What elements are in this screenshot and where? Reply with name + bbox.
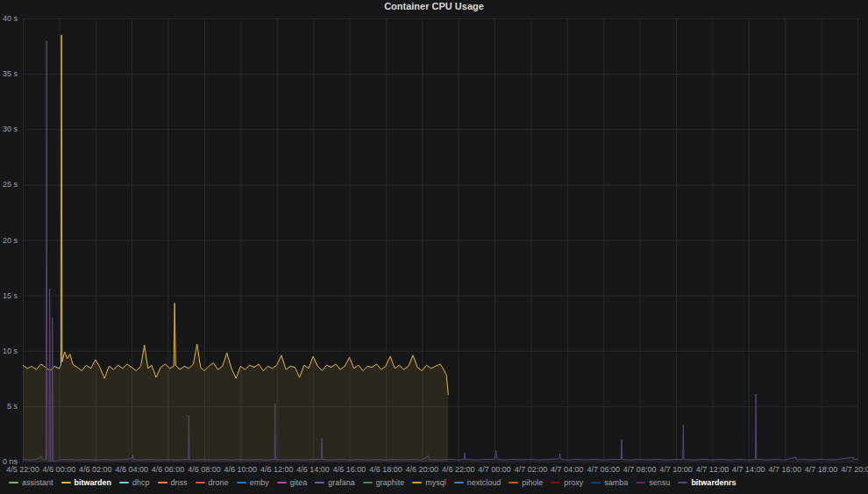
series-fill-bitwarden bbox=[23, 35, 448, 462]
legend-label: sensu bbox=[649, 478, 670, 487]
legend-item-emby[interactable]: emby bbox=[237, 478, 269, 487]
cpu-usage-plot-area[interactable] bbox=[0, 0, 868, 494]
legend-item-nextcloud[interactable]: nextcloud bbox=[454, 478, 502, 487]
legend-label: grafana bbox=[328, 478, 355, 487]
legend-dash-icon bbox=[158, 482, 167, 483]
legend-dash-icon bbox=[454, 482, 464, 483]
y-axis-label: 40 s bbox=[0, 14, 18, 23]
legend-label: assistant bbox=[22, 478, 53, 487]
legend-dash-icon bbox=[237, 482, 246, 483]
legend-dash-icon bbox=[277, 482, 287, 483]
legend-dash-icon bbox=[509, 482, 518, 483]
legend-item-dnss[interactable]: dnss bbox=[158, 478, 188, 487]
legend-item-grafana[interactable]: grafana bbox=[315, 478, 355, 487]
legend-item-bitwarden[interactable]: bitwarden bbox=[61, 478, 112, 487]
legend-dash-icon bbox=[551, 482, 560, 483]
y-axis-label: 35 s bbox=[0, 69, 18, 78]
legend: assistantbitwardendhcpdnssdroneembygitea… bbox=[9, 478, 864, 487]
legend-item-drone[interactable]: drone bbox=[196, 478, 229, 487]
legend-dash-icon bbox=[591, 482, 601, 483]
legend-dash-icon bbox=[9, 482, 18, 483]
legend-label: bitwardenrs bbox=[691, 478, 736, 487]
legend-label: dnss bbox=[171, 478, 188, 487]
legend-dash-icon bbox=[636, 482, 645, 483]
legend-item-bitwardenrs[interactable]: bitwardenrs bbox=[678, 478, 736, 487]
legend-item-proxy[interactable]: proxy bbox=[551, 478, 583, 487]
y-axis-label: 10 s bbox=[0, 347, 18, 355]
legend-item-pihole[interactable]: pihole bbox=[509, 478, 543, 487]
legend-label: nextcloud bbox=[467, 478, 502, 487]
legend-label: gitea bbox=[290, 478, 308, 487]
legend-dash-icon bbox=[412, 482, 422, 483]
chart-panel: Container CPU Usage 40 s35 s30 s25 s20 s… bbox=[0, 0, 868, 494]
legend-label: proxy bbox=[564, 478, 583, 487]
legend-label: bitwarden bbox=[75, 478, 112, 487]
series-line-bitwarden bbox=[23, 35, 448, 395]
legend-item-dhcp[interactable]: dhcp bbox=[119, 478, 150, 487]
legend-label: mysql bbox=[425, 478, 446, 487]
legend-label: graphite bbox=[376, 478, 405, 487]
legend-dash-icon bbox=[315, 482, 324, 483]
legend-dash-icon bbox=[678, 482, 687, 483]
legend-item-gitea[interactable]: gitea bbox=[277, 478, 308, 487]
legend-item-assistant[interactable]: assistant bbox=[9, 478, 53, 487]
y-axis-label: 5 s bbox=[0, 402, 18, 411]
legend-label: dhcp bbox=[132, 478, 150, 487]
legend-dash-icon bbox=[196, 482, 205, 483]
y-axis-label: 30 s bbox=[0, 125, 18, 133]
legend-dash-icon bbox=[119, 482, 129, 483]
legend-dash-icon bbox=[363, 482, 373, 483]
y-axis-label: 25 s bbox=[0, 180, 18, 189]
legend-dash-icon bbox=[61, 482, 71, 483]
legend-item-mysql[interactable]: mysql bbox=[412, 478, 446, 487]
legend-item-samba[interactable]: samba bbox=[591, 478, 628, 487]
legend-item-sensu[interactable]: sensu bbox=[636, 478, 670, 487]
legend-label: emby bbox=[250, 478, 269, 487]
x-axis-label: 4/7 20:00 bbox=[830, 465, 868, 474]
y-axis-label: 20 s bbox=[0, 236, 18, 245]
legend-item-graphite[interactable]: graphite bbox=[363, 478, 405, 487]
legend-label: samba bbox=[604, 478, 628, 487]
chart-canvas[interactable] bbox=[0, 0, 868, 494]
legend-label: drone bbox=[209, 478, 229, 487]
y-axis-label: 15 s bbox=[0, 291, 18, 300]
legend-label: pihole bbox=[522, 478, 543, 487]
